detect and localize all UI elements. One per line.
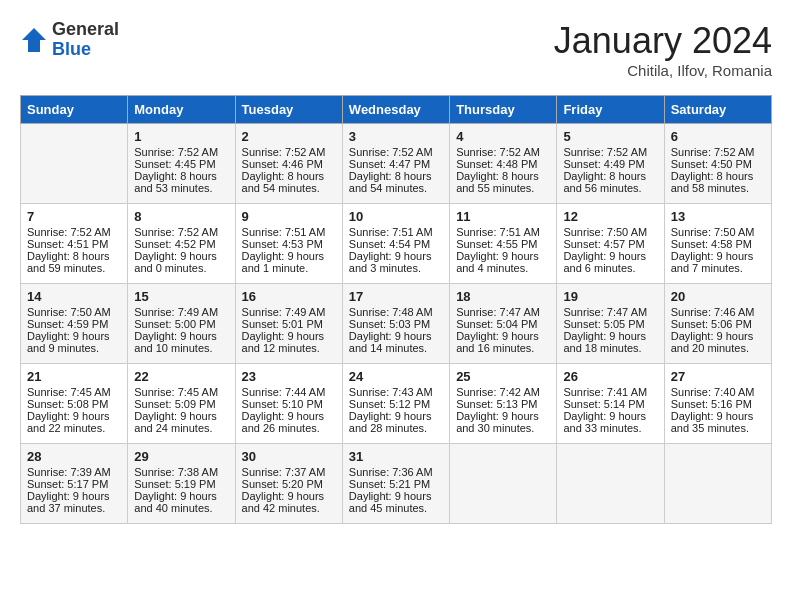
cell-info-line: and 20 minutes.	[671, 342, 765, 354]
day-number: 2	[242, 129, 336, 144]
calendar-cell: 29Sunrise: 7:38 AMSunset: 5:19 PMDayligh…	[128, 444, 235, 524]
week-row: 21Sunrise: 7:45 AMSunset: 5:08 PMDayligh…	[21, 364, 772, 444]
calendar-body: 1Sunrise: 7:52 AMSunset: 4:45 PMDaylight…	[21, 124, 772, 524]
header-day-saturday: Saturday	[664, 96, 771, 124]
calendar-cell: 25Sunrise: 7:42 AMSunset: 5:13 PMDayligh…	[450, 364, 557, 444]
cell-info-line: Daylight: 8 hours	[242, 170, 336, 182]
calendar-cell: 18Sunrise: 7:47 AMSunset: 5:04 PMDayligh…	[450, 284, 557, 364]
calendar-cell: 30Sunrise: 7:37 AMSunset: 5:20 PMDayligh…	[235, 444, 342, 524]
cell-info-line: Daylight: 9 hours	[349, 250, 443, 262]
day-number: 12	[563, 209, 657, 224]
cell-info-line: Sunset: 5:08 PM	[27, 398, 121, 410]
calendar-cell: 24Sunrise: 7:43 AMSunset: 5:12 PMDayligh…	[342, 364, 449, 444]
cell-info-line: Sunrise: 7:52 AM	[349, 146, 443, 158]
cell-info-line: Sunrise: 7:51 AM	[349, 226, 443, 238]
cell-info-line: Sunset: 4:52 PM	[134, 238, 228, 250]
cell-info-line: Daylight: 9 hours	[671, 330, 765, 342]
cell-info-line: and 16 minutes.	[456, 342, 550, 354]
cell-info-line: and 53 minutes.	[134, 182, 228, 194]
cell-info-line: Daylight: 9 hours	[27, 410, 121, 422]
week-row: 1Sunrise: 7:52 AMSunset: 4:45 PMDaylight…	[21, 124, 772, 204]
calendar-cell: 13Sunrise: 7:50 AMSunset: 4:58 PMDayligh…	[664, 204, 771, 284]
cell-info-line: Sunrise: 7:52 AM	[242, 146, 336, 158]
cell-info-line: Sunset: 4:57 PM	[563, 238, 657, 250]
day-number: 8	[134, 209, 228, 224]
cell-info-line: and 7 minutes.	[671, 262, 765, 274]
day-number: 16	[242, 289, 336, 304]
cell-info-line: Daylight: 9 hours	[563, 330, 657, 342]
cell-info-line: and 10 minutes.	[134, 342, 228, 354]
week-row: 28Sunrise: 7:39 AMSunset: 5:17 PMDayligh…	[21, 444, 772, 524]
cell-info-line: Sunset: 5:19 PM	[134, 478, 228, 490]
calendar-cell: 9Sunrise: 7:51 AMSunset: 4:53 PMDaylight…	[235, 204, 342, 284]
cell-info-line: and 9 minutes.	[27, 342, 121, 354]
cell-info-line: Sunrise: 7:50 AM	[563, 226, 657, 238]
cell-info-line: Sunrise: 7:52 AM	[27, 226, 121, 238]
day-number: 22	[134, 369, 228, 384]
cell-info-line: Sunset: 5:21 PM	[349, 478, 443, 490]
header-day-thursday: Thursday	[450, 96, 557, 124]
cell-info-line: Daylight: 9 hours	[349, 410, 443, 422]
calendar-cell: 23Sunrise: 7:44 AMSunset: 5:10 PMDayligh…	[235, 364, 342, 444]
cell-info-line: Sunrise: 7:50 AM	[27, 306, 121, 318]
cell-info-line: Sunrise: 7:48 AM	[349, 306, 443, 318]
cell-info-line: Sunset: 5:09 PM	[134, 398, 228, 410]
cell-info-line: Sunrise: 7:37 AM	[242, 466, 336, 478]
cell-info-line: Daylight: 9 hours	[242, 410, 336, 422]
day-number: 17	[349, 289, 443, 304]
calendar-cell: 8Sunrise: 7:52 AMSunset: 4:52 PMDaylight…	[128, 204, 235, 284]
calendar-cell: 3Sunrise: 7:52 AMSunset: 4:47 PMDaylight…	[342, 124, 449, 204]
cell-info-line: Sunrise: 7:47 AM	[563, 306, 657, 318]
cell-info-line: Sunset: 4:53 PM	[242, 238, 336, 250]
cell-info-line: and 4 minutes.	[456, 262, 550, 274]
day-number: 29	[134, 449, 228, 464]
day-number: 18	[456, 289, 550, 304]
calendar-cell: 4Sunrise: 7:52 AMSunset: 4:48 PMDaylight…	[450, 124, 557, 204]
cell-info-line: Daylight: 9 hours	[349, 330, 443, 342]
day-number: 26	[563, 369, 657, 384]
cell-info-line: Sunrise: 7:51 AM	[456, 226, 550, 238]
cell-info-line: Daylight: 9 hours	[27, 490, 121, 502]
calendar-cell: 2Sunrise: 7:52 AMSunset: 4:46 PMDaylight…	[235, 124, 342, 204]
cell-info-line: Sunrise: 7:47 AM	[456, 306, 550, 318]
cell-info-line: Sunrise: 7:52 AM	[134, 146, 228, 158]
cell-info-line: Daylight: 9 hours	[134, 250, 228, 262]
cell-info-line: Daylight: 8 hours	[27, 250, 121, 262]
cell-info-line: Sunrise: 7:49 AM	[134, 306, 228, 318]
header-row: SundayMondayTuesdayWednesdayThursdayFrid…	[21, 96, 772, 124]
week-row: 14Sunrise: 7:50 AMSunset: 4:59 PMDayligh…	[21, 284, 772, 364]
calendar-cell: 5Sunrise: 7:52 AMSunset: 4:49 PMDaylight…	[557, 124, 664, 204]
svg-marker-0	[22, 28, 46, 52]
calendar-cell: 10Sunrise: 7:51 AMSunset: 4:54 PMDayligh…	[342, 204, 449, 284]
day-number: 7	[27, 209, 121, 224]
cell-info-line: Sunrise: 7:45 AM	[134, 386, 228, 398]
cell-info-line: Sunrise: 7:38 AM	[134, 466, 228, 478]
cell-info-line: Sunset: 5:06 PM	[671, 318, 765, 330]
cell-info-line: and 12 minutes.	[242, 342, 336, 354]
header-day-tuesday: Tuesday	[235, 96, 342, 124]
cell-info-line: Daylight: 9 hours	[27, 330, 121, 342]
page-header: General Blue January 2024 Chitila, Ilfov…	[20, 20, 772, 79]
location: Chitila, Ilfov, Romania	[554, 62, 772, 79]
cell-info-line: Sunrise: 7:44 AM	[242, 386, 336, 398]
cell-info-line: Sunrise: 7:50 AM	[671, 226, 765, 238]
calendar-cell: 16Sunrise: 7:49 AMSunset: 5:01 PMDayligh…	[235, 284, 342, 364]
calendar-cell	[664, 444, 771, 524]
day-number: 9	[242, 209, 336, 224]
day-number: 30	[242, 449, 336, 464]
calendar-cell: 28Sunrise: 7:39 AMSunset: 5:17 PMDayligh…	[21, 444, 128, 524]
cell-info-line: Sunrise: 7:39 AM	[27, 466, 121, 478]
calendar-table: SundayMondayTuesdayWednesdayThursdayFrid…	[20, 95, 772, 524]
day-number: 27	[671, 369, 765, 384]
day-number: 28	[27, 449, 121, 464]
cell-info-line: Sunrise: 7:52 AM	[671, 146, 765, 158]
cell-info-line: Sunset: 4:55 PM	[456, 238, 550, 250]
day-number: 3	[349, 129, 443, 144]
header-day-wednesday: Wednesday	[342, 96, 449, 124]
cell-info-line: Sunset: 5:04 PM	[456, 318, 550, 330]
cell-info-line: Sunset: 4:54 PM	[349, 238, 443, 250]
day-number: 31	[349, 449, 443, 464]
cell-info-line: Sunset: 5:14 PM	[563, 398, 657, 410]
calendar-cell: 27Sunrise: 7:40 AMSunset: 5:16 PMDayligh…	[664, 364, 771, 444]
day-number: 6	[671, 129, 765, 144]
